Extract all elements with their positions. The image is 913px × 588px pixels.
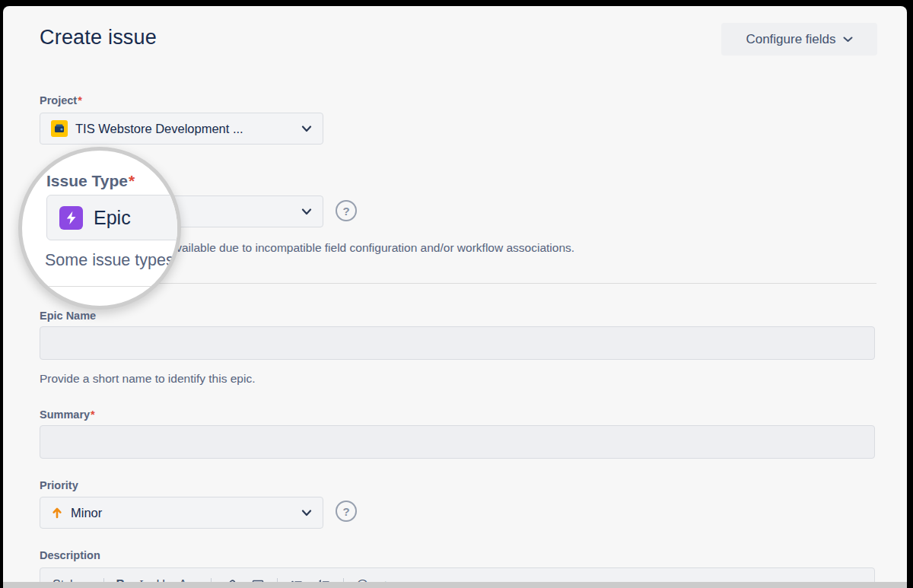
summary-input[interactable] bbox=[40, 425, 875, 459]
epic-name-input[interactable] bbox=[40, 326, 875, 360]
page-title: Create issue bbox=[40, 26, 157, 49]
section-divider bbox=[43, 286, 181, 287]
summary-label: Summary* bbox=[40, 408, 95, 421]
epic-name-label: Epic Name bbox=[40, 310, 96, 322]
chevron-down-icon bbox=[301, 126, 312, 132]
create-issue-dialog: Create issue Configure fields Project* T… bbox=[3, 6, 907, 588]
priority-select[interactable]: Minor bbox=[40, 497, 323, 529]
issue-type-select-value: Epic bbox=[94, 207, 131, 229]
issue-type-label-magnified: Issue Type* bbox=[46, 172, 135, 190]
description-label: Description bbox=[40, 549, 100, 561]
required-asterisk: * bbox=[78, 94, 82, 106]
epic-name-help: Provide a short name to identify this ep… bbox=[40, 372, 255, 386]
bottom-scroll-strip bbox=[3, 582, 907, 588]
zoom-bubble-annotation: Issue Type* Epic Some issue types are un… bbox=[18, 147, 181, 310]
configure-fields-button[interactable]: Configure fields bbox=[721, 23, 877, 56]
epic-type-icon bbox=[59, 206, 83, 230]
project-select-value: TIS Webstore Development ... bbox=[75, 122, 301, 136]
required-asterisk: * bbox=[91, 408, 95, 421]
issue-type-select-magnified: Epic bbox=[46, 195, 181, 240]
priority-label: Priority bbox=[40, 479, 78, 491]
priority-minor-icon bbox=[51, 507, 63, 519]
project-select[interactable]: TIS Webstore Development ... bbox=[40, 113, 323, 145]
chevron-down-icon bbox=[301, 510, 312, 516]
project-avatar-icon bbox=[51, 120, 68, 137]
issue-type-note-magnified: Some issue types are unavailable due to … bbox=[45, 251, 181, 270]
issue-type-help-icon[interactable]: ? bbox=[336, 200, 357, 221]
section-divider bbox=[40, 283, 876, 284]
chevron-down-icon bbox=[843, 37, 853, 43]
chevron-down-icon bbox=[301, 208, 312, 215]
project-label: Project* bbox=[40, 94, 82, 106]
priority-select-value: Minor bbox=[71, 506, 301, 520]
configure-fields-label: Configure fields bbox=[746, 32, 835, 47]
priority-help-icon[interactable]: ? bbox=[336, 501, 357, 522]
required-asterisk: * bbox=[129, 172, 135, 189]
